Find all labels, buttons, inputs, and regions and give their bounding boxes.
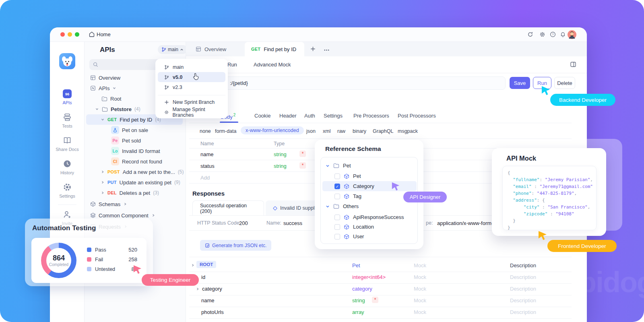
tree-item-overview[interactable]: Overview: [90, 72, 120, 83]
schema-type-cell[interactable]: string: [352, 297, 365, 303]
schema-desc-cell[interactable]: Description: [510, 286, 536, 292]
schema-item-apiresponsesuccess[interactable]: ApiResponseSuccess: [334, 212, 404, 222]
chevron-right-icon[interactable]: [196, 287, 200, 291]
body-type-none[interactable]: none: [200, 128, 211, 134]
notifications-bell-icon[interactable]: [560, 31, 566, 39]
branch-option-main[interactable]: main: [158, 62, 225, 72]
tree-item-petstore[interactable]: Petstore(4): [95, 104, 140, 114]
tab-overview[interactable]: Overview: [189, 42, 233, 56]
schema-desc-cell[interactable]: Description: [510, 262, 536, 268]
response-name-value[interactable]: success: [283, 220, 302, 226]
manage-sprint-branches-item[interactable]: Manage Sprint Branches: [158, 107, 225, 117]
help-icon[interactable]: ?: [550, 31, 556, 39]
schema-item-tag[interactable]: Tag: [334, 191, 361, 201]
checkbox-unchecked[interactable]: [334, 215, 340, 220]
schema-item-user[interactable]: User: [334, 231, 364, 242]
schema-mock-cell[interactable]: Mock: [414, 309, 426, 315]
tree-item-del-deletes-pet[interactable]: DEL Deletes a pet(3): [101, 188, 159, 198]
response-tab-success[interactable]: Successful operation (200): [192, 200, 264, 216]
rail-item-share-docs[interactable]: Share Docs: [50, 136, 85, 152]
tree-item-root[interactable]: Root: [101, 93, 121, 104]
tree-item-pet-sold[interactable]: Pe Pet sold: [111, 135, 141, 146]
schema-mock-cell[interactable]: Mock: [414, 262, 426, 268]
schema-item-pet[interactable]: Pet: [334, 171, 361, 181]
branch-selector[interactable]: main: [158, 45, 187, 54]
body-type-form-data[interactable]: form-data: [215, 128, 237, 134]
tree-item-record-not-found[interactable]: Cl Record not found: [111, 156, 162, 167]
delete-button[interactable]: Delete: [554, 77, 575, 89]
generate-from-json-button[interactable]: Generate from JSON etc.: [200, 240, 271, 251]
schema-item-localtion[interactable]: Localtion: [334, 222, 374, 232]
schema-mock-cell[interactable]: Mock: [414, 286, 426, 292]
subnav-advanced-mock[interactable]: Advanced Mock: [254, 62, 291, 68]
schema-type-cell[interactable]: integer<int64>: [352, 274, 386, 280]
home-tab-label[interactable]: Home: [97, 31, 111, 37]
schema-name-cell[interactable]: category: [202, 286, 222, 292]
body-type-xml[interactable]: xml: [323, 128, 330, 134]
new-sprint-branch-item[interactable]: New Sprint Branch: [158, 97, 225, 107]
body-type-binary[interactable]: binary: [353, 128, 366, 134]
rail-item-settings[interactable]: Settings: [50, 183, 85, 198]
tree-item-pet-on-sale[interactable]: Pet on sale: [111, 125, 148, 135]
refresh-icon[interactable]: [527, 31, 533, 39]
schema-type-cell[interactable]: category: [352, 286, 372, 292]
rail-item-apis[interactable]: 96 APIs: [50, 89, 85, 105]
minimize-traffic-light[interactable]: [68, 32, 72, 37]
http-status-value[interactable]: 200: [239, 220, 248, 226]
tab-overflow-button[interactable]: [324, 47, 330, 54]
tab-header[interactable]: Header: [279, 113, 297, 119]
tree-item-put-update-pet[interactable]: PUT Update an existing pet(9): [101, 177, 180, 188]
rail-item-history[interactable]: History: [50, 159, 85, 175]
checkbox-checked[interactable]: ✓: [334, 184, 340, 189]
layout-panel-icon[interactable]: [570, 61, 576, 69]
checkbox-unchecked[interactable]: [334, 194, 340, 199]
schema-type-cell[interactable]: Pet: [352, 262, 360, 268]
branch-option-v2[interactable]: v2.3: [158, 82, 225, 92]
param-type-cell[interactable]: string: [274, 163, 287, 169]
tab-post-processors[interactable]: Post Processors: [398, 113, 436, 119]
subnav-run[interactable]: Run: [227, 62, 237, 68]
add-param-row[interactable]: Add: [200, 175, 210, 181]
user-avatar[interactable]: [568, 30, 576, 40]
close-traffic-light[interactable]: [60, 32, 65, 37]
tab-pre-processors[interactable]: Pre Processors: [353, 113, 389, 119]
body-type-msgpack[interactable]: msgpack: [398, 128, 418, 134]
schema-desc-cell[interactable]: Description: [510, 309, 536, 315]
maximize-traffic-light[interactable]: [75, 32, 79, 37]
tree-item-invalid-id[interactable]: Lo Invalid ID format: [111, 146, 160, 156]
settings-gear-icon[interactable]: [539, 31, 545, 39]
checkbox-unchecked[interactable]: [334, 224, 340, 230]
schema-root-chip[interactable]: ROOT: [196, 261, 216, 268]
schema-group-pet[interactable]: Pet: [326, 161, 351, 171]
body-type-urlencoded[interactable]: x-www-form-urlencoded: [241, 126, 304, 134]
tab-settings[interactable]: Settings: [324, 113, 343, 119]
schema-mock-cell[interactable]: Mock: [414, 274, 426, 280]
schema-item-category[interactable]: ✓ Category: [334, 181, 374, 191]
tab-auth[interactable]: Auth: [304, 113, 315, 119]
schema-name-cell[interactable]: id: [201, 274, 205, 280]
new-tab-button[interactable]: [310, 46, 316, 53]
schema-mock-cell[interactable]: Mock: [414, 297, 426, 303]
schema-name-cell[interactable]: name: [201, 297, 215, 303]
param-name-cell[interactable]: status: [200, 163, 215, 169]
body-type-graphql[interactable]: GraphQL: [373, 128, 393, 134]
tree-item-apis[interactable]: APIs: [90, 83, 116, 93]
project-avatar[interactable]: [59, 53, 75, 70]
param-name-cell[interactable]: name: [200, 151, 214, 157]
rail-item-tests[interactable]: Tests: [50, 113, 85, 128]
schema-type-cell[interactable]: array: [352, 309, 364, 315]
schema-group-others[interactable]: Others: [326, 201, 359, 211]
tree-item-post-add-pet[interactable]: POST Add a new pet to the...(5): [101, 167, 184, 177]
checkbox-unchecked[interactable]: [334, 234, 340, 239]
tab-cookie[interactable]: Cookie: [254, 113, 270, 119]
tab-find-pet-by-id[interactable]: GET Find pet by ID: [245, 42, 304, 56]
tree-item-schemas[interactable]: Schemas: [90, 199, 127, 209]
body-type-raw[interactable]: raw: [337, 128, 345, 134]
branch-option-v5[interactable]: v5.0: [158, 72, 225, 82]
schema-name-cell[interactable]: photoUrls: [201, 309, 224, 315]
checkbox-unchecked[interactable]: [334, 173, 340, 179]
schema-desc-cell[interactable]: Description: [510, 297, 536, 303]
param-type-cell[interactable]: string: [274, 151, 287, 157]
schema-desc-cell[interactable]: Description: [510, 274, 536, 280]
save-button[interactable]: Save: [510, 77, 530, 89]
